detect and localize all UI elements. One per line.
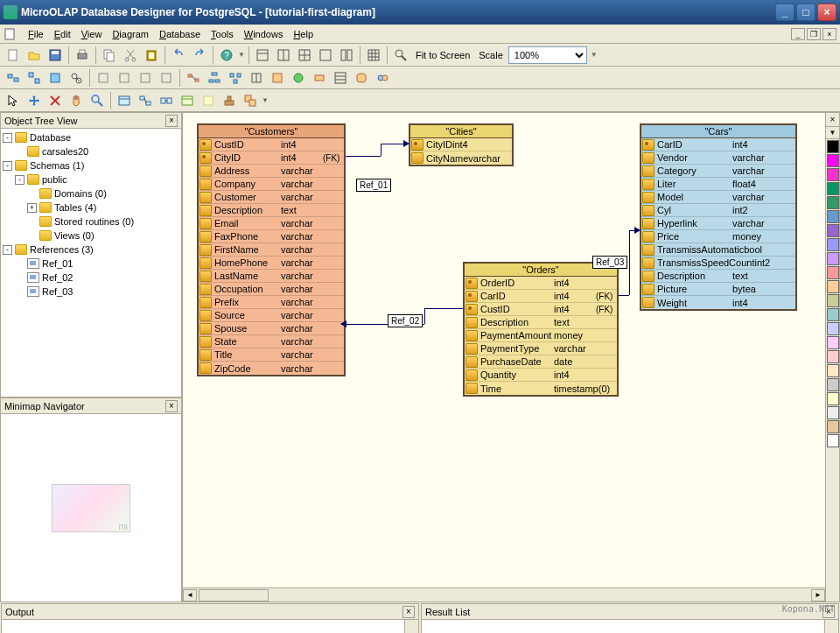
table-tool[interactable]	[115, 91, 134, 110]
tb2-btn-13[interactable]	[268, 68, 287, 88]
table-column-row[interactable]: Titlevarchar	[199, 348, 344, 362]
tb2-btn-17[interactable]	[352, 68, 371, 88]
table-column-row[interactable]: Hyperlinkvarchar	[641, 217, 795, 230]
table-column-row[interactable]: TransmissAutomaticbool	[641, 243, 795, 257]
minimap-body[interactable]	[1, 414, 181, 601]
zoom-button[interactable]	[391, 46, 410, 65]
table-column-row[interactable]: PurchaseDatedate	[465, 355, 617, 369]
canvas-scrollbar-h[interactable]: ◄ ►	[183, 587, 825, 601]
expand-toggle[interactable]: +	[27, 203, 37, 213]
table-column-row[interactable]: Sourcevarchar	[199, 309, 344, 322]
table-column-row[interactable]: OrderIDint4	[465, 277, 617, 290]
table-column-row[interactable]: Emailvarchar	[199, 217, 344, 230]
paste-button[interactable]	[142, 46, 161, 65]
color-swatch[interactable]	[827, 406, 839, 419]
tb2-btn-14[interactable]	[289, 68, 308, 88]
table-column-row[interactable]: PaymentTypevarchar	[465, 342, 617, 355]
tb2-btn-5[interactable]	[94, 68, 113, 88]
scroll-left-button[interactable]: ◄	[183, 589, 197, 601]
table-column-row[interactable]: Literfloat4	[641, 178, 795, 191]
diagram-canvas[interactable]: "Customers"CustIDint4CityIDint4(FK)Addre…	[183, 113, 825, 587]
table-column-row[interactable]: Modelvarchar	[641, 191, 795, 204]
table-column-row[interactable]: Timetimestamp(0)	[465, 382, 617, 395]
color-swatch[interactable]	[827, 322, 839, 335]
output-close-button[interactable]: ×	[402, 606, 415, 618]
tb2-btn-8[interactable]	[157, 68, 176, 88]
tree-domains[interactable]: Domains (0)	[54, 188, 107, 199]
table-orders[interactable]: "Orders"OrderIDint4CarIDint4(FK)CustIDin…	[463, 262, 619, 397]
hand-tool[interactable]	[66, 91, 86, 110]
color-swatch[interactable]	[827, 392, 839, 405]
table-column-row[interactable]: CustIDint4(FK)	[465, 303, 617, 316]
color-swatch[interactable]	[827, 434, 839, 447]
menu-windows[interactable]: Windows	[239, 27, 289, 41]
help-button[interactable]: ?	[217, 46, 236, 65]
undo-button[interactable]	[169, 46, 188, 65]
table-column-row[interactable]: Descriptiontext	[465, 316, 617, 329]
tb2-btn-2[interactable]	[24, 68, 44, 88]
tb2-btn-3[interactable]	[46, 68, 65, 88]
tb2-btn-1[interactable]	[4, 68, 23, 88]
color-swatch[interactable]	[827, 336, 839, 349]
tree-db-name[interactable]: carsales20	[42, 146, 88, 157]
table-column-row[interactable]: HomePhonevarchar	[199, 257, 344, 270]
tree-tables[interactable]: Tables (4)	[54, 202, 96, 213]
tree-schemas[interactable]: Schemas (1)	[30, 160, 84, 171]
grid-button[interactable]	[364, 46, 383, 65]
table-column-row[interactable]: Cylint2	[641, 204, 795, 217]
table-column-row[interactable]: FaxPhonevarchar	[199, 230, 344, 243]
pointer-tool[interactable]	[4, 91, 23, 110]
tb2-btn-16[interactable]	[331, 68, 350, 88]
minimize-button[interactable]: _	[775, 4, 794, 21]
save-button[interactable]	[46, 46, 65, 65]
palette-down-button[interactable]: ▼	[826, 127, 839, 139]
tb2-btn-6[interactable]	[115, 68, 134, 88]
view-mode-3[interactable]	[295, 46, 314, 65]
note-tool[interactable]	[199, 91, 218, 110]
table-cities[interactable]: "Cities"CityIDint4CityNamevarchar	[409, 123, 514, 166]
view-tool[interactable]	[178, 91, 197, 110]
object-tree-close-button[interactable]: ×	[165, 115, 178, 127]
table-column-row[interactable]: Addressvarchar	[199, 165, 344, 178]
tb2-btn-18[interactable]	[373, 68, 392, 88]
tree-database[interactable]: Database	[30, 132, 71, 143]
tb2-find-btn[interactable]	[66, 68, 86, 88]
delete-tool[interactable]	[46, 91, 65, 110]
expand-toggle[interactable]: -	[3, 245, 12, 255]
tree-ref-02[interactable]: Ref_02	[42, 272, 73, 283]
table-header[interactable]: "Cities"	[410, 125, 512, 138]
table-column-row[interactable]: Vendorvarchar	[641, 151, 795, 165]
tb2-btn-12[interactable]	[247, 68, 266, 88]
table-column-row[interactable]: FirstNamevarchar	[199, 243, 344, 257]
relation-tool-1[interactable]	[136, 91, 155, 110]
relation-tool-2[interactable]	[157, 91, 176, 110]
redo-button[interactable]	[190, 46, 209, 65]
tree-ref-03[interactable]: Ref_03	[42, 286, 73, 297]
tb2-btn-11[interactable]	[226, 68, 245, 88]
table-column-row[interactable]: Spousevarchar	[199, 322, 344, 335]
palette-close-button[interactable]: ×	[826, 113, 839, 127]
menu-file[interactable]: File	[23, 27, 49, 41]
reference-label[interactable]: Ref_02	[388, 314, 423, 327]
table-column-row[interactable]: Weightint4	[641, 296, 795, 309]
move-tool[interactable]	[24, 91, 44, 110]
table-column-row[interactable]: CityNamevarchar	[410, 151, 512, 165]
expand-toggle[interactable]: -	[15, 175, 24, 185]
output-scrollbar[interactable]	[404, 620, 418, 633]
zoom-tool[interactable]	[88, 91, 107, 110]
menu-tools[interactable]: Tools	[206, 27, 239, 41]
table-column-row[interactable]: CarIDint4(FK)	[465, 290, 617, 303]
table-customers[interactable]: "Customers"CustIDint4CityIDint4(FK)Addre…	[197, 123, 346, 376]
table-column-row[interactable]: Companyvarchar	[199, 178, 344, 191]
mdi-minimize-button[interactable]: _	[791, 28, 805, 40]
color-swatch[interactable]	[827, 210, 839, 223]
table-column-row[interactable]: LastNamevarchar	[199, 270, 344, 283]
reference-label[interactable]: Ref_01	[356, 179, 391, 192]
cut-button[interactable]	[121, 46, 140, 65]
color-swatch[interactable]	[827, 140, 839, 153]
table-column-row[interactable]: CityIDint4(FK)	[199, 151, 344, 165]
menu-diagram[interactable]: Diagram	[107, 27, 154, 41]
tree-stored[interactable]: Stored routines (0)	[54, 216, 134, 227]
minimap-close-button[interactable]: ×	[165, 400, 178, 412]
tree-public[interactable]: public	[42, 174, 67, 185]
